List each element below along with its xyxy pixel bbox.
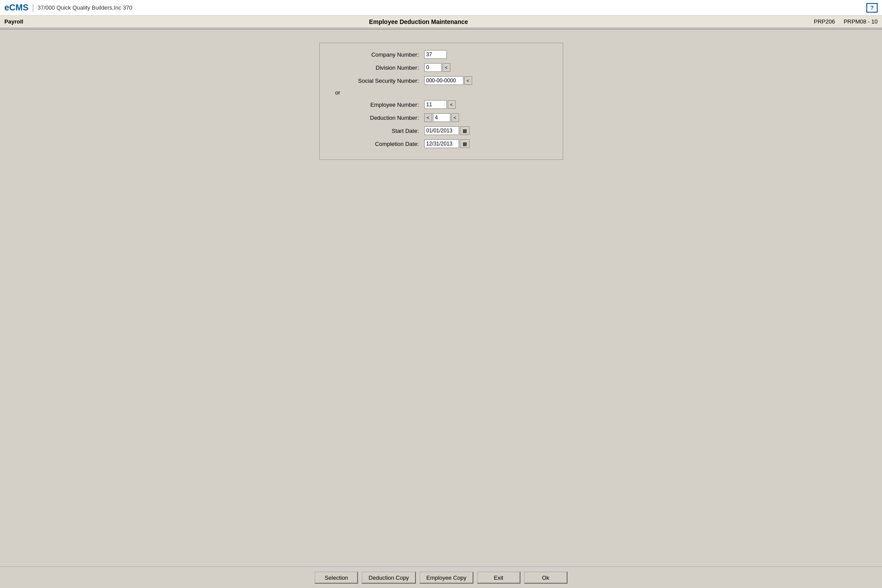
completion-date-calendar-button[interactable]: ▦ <box>460 139 470 148</box>
employee-number-field: < <box>424 100 456 109</box>
deduction-number-field: < < <box>424 113 459 122</box>
module-name: Payroll <box>4 18 23 25</box>
help-button[interactable]: ? <box>866 3 878 13</box>
deduction-nav-left-button[interactable]: < <box>424 113 432 122</box>
selection-button[interactable]: Selection <box>314 571 358 584</box>
employee-nav-button[interactable]: < <box>448 100 456 109</box>
employee-number-label: Employee Number: <box>328 101 424 108</box>
employee-number-row: Employee Number: < <box>328 100 554 109</box>
employee-copy-button[interactable]: Employee Copy <box>419 571 473 584</box>
completion-date-input[interactable] <box>424 139 459 148</box>
exit-button[interactable]: Exit <box>477 571 520 584</box>
app-logo: eCMS <box>4 3 29 13</box>
deduction-number-input[interactable] <box>433 113 450 122</box>
page-codes: PRP206 PRPM08 - 10 <box>814 18 878 25</box>
deduction-number-row: Deduction Number: < < <box>328 113 554 122</box>
deduction-copy-button[interactable]: Deduction Copy <box>362 571 416 584</box>
header-info: 37/000 Quick Quality Builders,Inc 370 <box>37 4 132 11</box>
deduction-nav-right-button[interactable]: < <box>451 113 459 122</box>
company-number-field <box>424 50 447 59</box>
main-content: Company Number: Division Number: < Socia… <box>0 30 882 169</box>
header-bar: eCMS | 37/000 Quick Quality Builders,Inc… <box>0 0 882 16</box>
division-nav-button[interactable]: < <box>443 63 450 72</box>
ssn-field: < <box>424 76 472 85</box>
ssn-nav-button[interactable]: < <box>464 76 472 85</box>
start-date-field: ▦ <box>424 126 470 135</box>
company-number-input[interactable] <box>424 50 447 59</box>
completion-date-row: Completion Date: ▦ <box>328 139 554 148</box>
start-date-input[interactable] <box>424 126 459 135</box>
start-date-label: Start Date: <box>328 128 424 134</box>
employee-number-input[interactable] <box>424 100 447 109</box>
ssn-label: Social Security Number: <box>328 78 424 84</box>
completion-date-label: Completion Date: <box>328 141 424 147</box>
division-number-input[interactable] <box>424 63 442 72</box>
division-number-field: < <box>424 63 450 72</box>
deduction-number-label: Deduction Number: <box>328 115 424 121</box>
or-row: or <box>328 89 554 96</box>
page-code-1: PRP206 <box>814 18 835 25</box>
division-number-label: Division Number: <box>328 64 424 71</box>
ok-button[interactable]: Ok <box>524 571 568 584</box>
start-date-row: Start Date: ▦ <box>328 126 554 135</box>
start-date-calendar-button[interactable]: ▦ <box>460 126 470 135</box>
page-title: Employee Deduction Maintenance <box>23 18 814 25</box>
division-number-row: Division Number: < <box>328 63 554 72</box>
or-label: or <box>328 89 424 96</box>
ssn-input[interactable] <box>424 76 463 85</box>
header-divider: | <box>32 3 34 12</box>
company-number-row: Company Number: <box>328 50 554 59</box>
menu-bar: Payroll Employee Deduction Maintenance P… <box>0 16 882 28</box>
ssn-row: Social Security Number: < <box>328 76 554 85</box>
form-panel: Company Number: Division Number: < Socia… <box>319 43 563 160</box>
company-number-label: Company Number: <box>328 51 424 58</box>
completion-date-field: ▦ <box>424 139 470 148</box>
page-code-2: PRPM08 - 10 <box>844 18 878 25</box>
bottom-bar: Selection Deduction Copy Employee Copy E… <box>0 566 882 588</box>
